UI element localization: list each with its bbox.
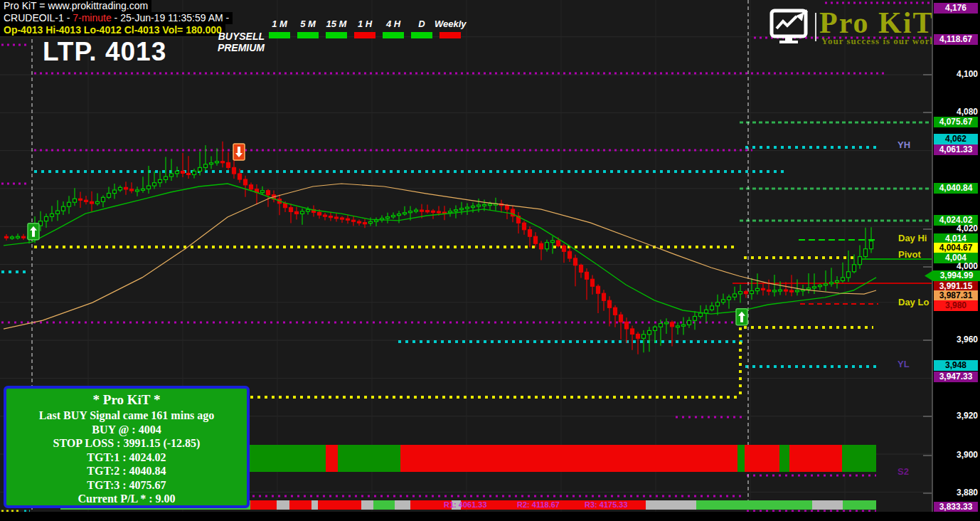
candle [176, 167, 179, 177]
candle [563, 243, 566, 263]
candle [119, 185, 122, 191]
price-axis-label: 4,118.67 [934, 34, 978, 45]
candle [733, 287, 737, 300]
info-box-title: * Pro KiT * [6, 391, 247, 409]
level-label-day-lo: Day Lo [898, 297, 929, 307]
candle [506, 204, 509, 219]
level-label-s2: S2 [898, 466, 909, 477]
candle [335, 214, 339, 222]
candle [295, 206, 299, 219]
price-axis-label: 4,100 [934, 69, 978, 80]
candle [568, 247, 572, 261]
symbol-name: CRUDEOIL-1 - [4, 12, 73, 23]
candle [745, 290, 748, 298]
candle [16, 233, 20, 239]
candle [551, 236, 555, 254]
brand-name: Pro KiT [819, 6, 934, 40]
pivot-level-label: R2: 4118.67 [517, 500, 560, 509]
buysell-premium-label: BUYSELL PREMIUM [169, 31, 265, 53]
candle [352, 216, 356, 226]
timeframe-signal-weekly[interactable] [440, 32, 461, 38]
candle [50, 206, 54, 221]
current-price-badge: 3,994.99 [925, 270, 980, 281]
candle [5, 234, 9, 241]
timeframe-label-15m: 15 M [321, 19, 352, 29]
candle [11, 235, 14, 240]
candle [625, 317, 629, 343]
candle [710, 302, 714, 311]
candle [693, 311, 697, 330]
fast-ma-line [4, 184, 876, 314]
timeframe-signal-1h[interactable] [354, 32, 376, 38]
candle [614, 305, 617, 327]
timeframe-signal-4h[interactable] [383, 32, 404, 38]
candle [164, 157, 168, 184]
candle [665, 318, 669, 334]
price-axis-label: 3,948 [934, 360, 978, 371]
pivot-level-label: R1: 4061.33 [444, 500, 487, 509]
candle [147, 166, 151, 194]
candle [796, 279, 799, 295]
candle [341, 216, 344, 223]
level-label-yl: YL [898, 359, 910, 369]
info-target-3: TGT:3 : 4075.67 [6, 478, 247, 493]
candle [443, 206, 447, 220]
brand-tagline: Your success is our work [821, 36, 936, 47]
candle [187, 156, 191, 179]
price-axis-label: 3,987.31 [934, 290, 978, 301]
candle [637, 332, 640, 354]
pivot-level-label: R3: 4175.33 [585, 500, 628, 509]
candle [523, 221, 526, 234]
candle [136, 186, 139, 196]
candle [73, 188, 77, 206]
candle [847, 251, 851, 282]
monitor-chart-icon [769, 9, 814, 46]
candle [346, 215, 350, 223]
logo-divider [815, 13, 816, 41]
candle [864, 228, 868, 258]
candle [830, 268, 833, 287]
price-axis-label: 3,900 [934, 450, 978, 461]
candle [688, 317, 691, 327]
candle [159, 171, 162, 187]
timeframe-label-1m: 1 M [264, 19, 295, 29]
timeframe-label-4h: 4 H [378, 19, 409, 29]
candle [454, 205, 458, 218]
candle [790, 275, 794, 296]
time-axis-strip [0, 512, 980, 521]
timeframe-signal-15m[interactable] [326, 32, 347, 38]
candle [801, 285, 805, 296]
price-axis-label: 4,040.84 [934, 183, 978, 194]
info-buy-price: BUY @ : 4004 [6, 423, 247, 437]
price-axis-label: 3,947.33 [934, 372, 978, 382]
candle [619, 312, 623, 340]
candle [545, 240, 549, 252]
price-axis-label: 4,176 [934, 3, 978, 14]
candle [375, 218, 378, 227]
axis-border [932, 0, 933, 512]
candle [153, 172, 156, 189]
symbol-bar: CRUDEOIL-1 - 7-minute - 25-Jun-19 11:35:… [0, 12, 233, 24]
candle [517, 212, 521, 233]
candle [528, 226, 532, 248]
timeframe-signal-d[interactable] [411, 32, 432, 38]
candle [449, 209, 452, 217]
candle [773, 275, 777, 296]
candle [534, 232, 538, 247]
timeframe-signal-5m[interactable] [297, 32, 319, 38]
level-label-day-hi: Day Hi [898, 233, 927, 243]
candle [591, 275, 595, 295]
candle [602, 290, 606, 310]
candle [682, 317, 686, 335]
candle [722, 294, 725, 305]
price-axis-label: 4,061.33 [934, 144, 978, 155]
timeframe-label-d: D [406, 19, 437, 29]
price-axis-label: 4,000 [934, 261, 978, 272]
candle [585, 268, 589, 300]
candle [500, 200, 504, 213]
timeframe-signal-1m[interactable] [269, 32, 290, 38]
candle [728, 295, 731, 309]
candle [426, 205, 430, 214]
price-axis-label: 4,020 [934, 223, 978, 234]
candle [392, 212, 395, 219]
